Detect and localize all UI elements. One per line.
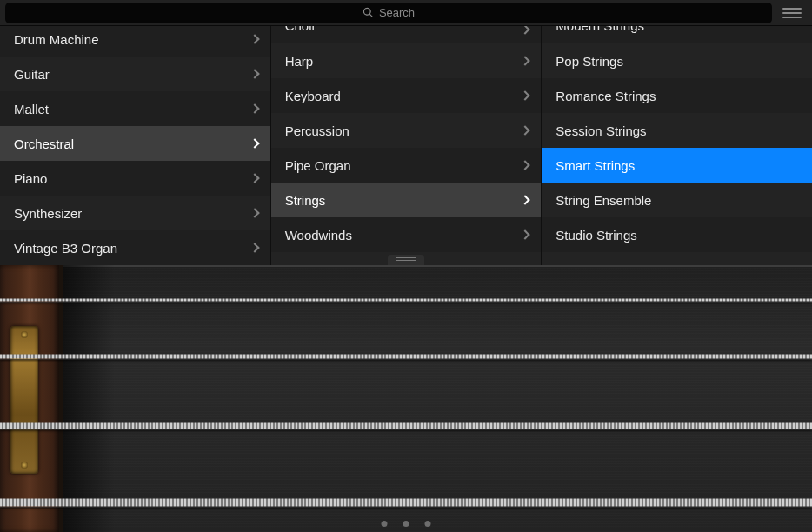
page-indicator[interactable] <box>382 521 431 527</box>
browser-item[interactable]: Percussion <box>271 113 542 148</box>
chevron-right-icon <box>250 69 259 78</box>
browser-item[interactable]: Synthesizer <box>0 196 270 230</box>
headstock-plate <box>10 326 38 474</box>
browser-resize-handle[interactable] <box>388 255 424 265</box>
browser-item-label: Studio Strings <box>556 228 636 243</box>
chevron-right-icon <box>521 160 530 170</box>
chevron-right-icon <box>521 56 530 65</box>
chevron-right-icon <box>521 90 530 100</box>
browser-item-label: Strings <box>285 193 326 208</box>
chevron-right-icon <box>521 229 530 239</box>
chevron-right-icon <box>250 208 259 217</box>
browser-item[interactable]: Studio Strings <box>542 217 812 252</box>
browser-column-3: Modern StringsPop StringsRomance Strings… <box>542 26 812 265</box>
browser-item[interactable]: Woodwinds <box>271 217 542 252</box>
string-neck <box>63 265 812 532</box>
browser-item[interactable]: Choir <box>271 26 542 43</box>
chevron-right-icon <box>250 138 259 148</box>
browser-item[interactable]: Orchestral <box>0 126 270 161</box>
browser-item-label: Pop Strings <box>556 54 623 69</box>
headstock <box>0 265 63 532</box>
search-icon <box>363 7 374 18</box>
browser-item[interactable]: Vintage B3 Organ <box>0 230 270 265</box>
chevron-right-icon <box>250 243 259 252</box>
string-nut-shadow <box>63 265 115 532</box>
sound-browser: Drum MachineGuitarMalletOrchestralPianoS… <box>0 26 812 265</box>
browser-item[interactable]: Harp <box>271 43 542 78</box>
browser-item-label: Pipe Organ <box>285 158 351 173</box>
menu-button[interactable] <box>777 3 807 23</box>
browser-item-label: Romance Strings <box>556 89 656 103</box>
browser-item-label: Vintage B3 Organ <box>14 241 117 256</box>
browser-item-label: Session Strings <box>556 123 646 138</box>
browser-item-label: Woodwinds <box>285 228 352 243</box>
browser-item-label: Mallet <box>14 102 49 116</box>
browser-item-label: Choir <box>285 26 316 33</box>
page-dot[interactable] <box>425 521 431 527</box>
browser-item[interactable]: Piano <box>0 161 270 196</box>
browser-item-label: Drum Machine <box>14 32 99 47</box>
browser-item[interactable]: Guitar <box>0 57 270 91</box>
browser-item-label: Piano <box>14 171 47 186</box>
browser-item[interactable]: Keyboard <box>271 78 542 113</box>
browser-column-1: Drum MachineGuitarMalletOrchestralPianoS… <box>0 26 271 265</box>
browser-item-label: Guitar <box>14 67 50 82</box>
chevron-right-icon <box>521 195 530 204</box>
browser-item[interactable]: Modern Strings <box>542 26 812 43</box>
instrument-view[interactable] <box>0 265 812 532</box>
browser-item[interactable]: Drum Machine <box>0 26 270 57</box>
chevron-right-icon <box>250 34 259 43</box>
browser-item-label: String Ensemble <box>556 193 651 208</box>
browser-item[interactable]: Pipe Organ <box>271 148 542 183</box>
chevron-right-icon <box>250 103 259 113</box>
browser-item-label: Percussion <box>285 123 349 138</box>
browser-item[interactable]: Smart Strings <box>542 148 812 183</box>
browser-item[interactable]: Pop Strings <box>542 43 812 78</box>
top-bar: Search <box>0 0 812 26</box>
browser-item-label: Keyboard <box>285 89 341 103</box>
page-dot[interactable] <box>382 521 388 527</box>
browser-item-label: Smart Strings <box>556 158 635 173</box>
search-input[interactable]: Search <box>5 3 772 23</box>
browser-column-2: ChoirHarpKeyboardPercussionPipe OrganStr… <box>271 26 542 265</box>
page-dot[interactable] <box>403 521 409 527</box>
browser-item-label: Synthesizer <box>14 206 82 221</box>
browser-item[interactable]: String Ensemble <box>542 183 812 217</box>
browser-item-label: Harp <box>285 54 314 69</box>
browser-item[interactable]: Mallet <box>0 91 270 126</box>
search-placeholder: Search <box>379 6 415 19</box>
browser-item-label: Orchestral <box>14 136 74 151</box>
chevron-right-icon <box>250 173 259 183</box>
browser-item[interactable]: Strings <box>271 183 542 217</box>
browser-item-label: Modern Strings <box>556 26 644 33</box>
chevron-right-icon <box>521 26 530 35</box>
browser-item[interactable]: Romance Strings <box>542 78 812 113</box>
chevron-right-icon <box>521 125 530 135</box>
browser-item[interactable]: Session Strings <box>542 113 812 148</box>
